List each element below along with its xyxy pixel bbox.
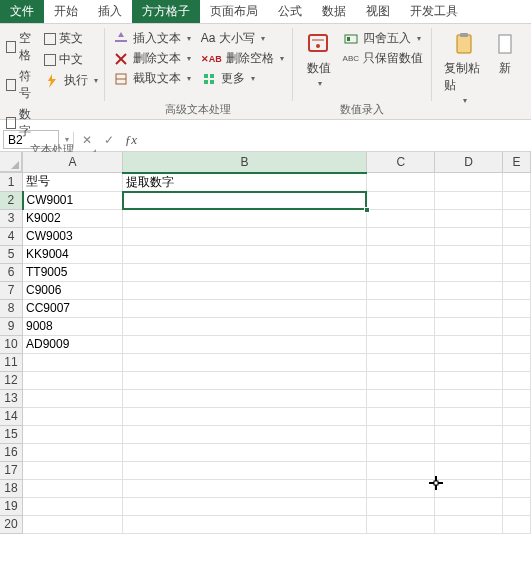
delete-text-button[interactable]: 删除文本▾	[113, 50, 191, 67]
row-header[interactable]: 20	[0, 515, 23, 533]
cell[interactable]	[503, 245, 531, 263]
row-header[interactable]: 15	[0, 425, 23, 443]
cell[interactable]	[503, 497, 531, 515]
cell[interactable]	[435, 371, 503, 389]
cell[interactable]	[435, 479, 503, 497]
cell[interactable]	[367, 227, 435, 245]
tab-view[interactable]: 视图	[356, 0, 400, 23]
insert-function-button[interactable]: ƒx	[122, 131, 140, 149]
chk-number[interactable]: 数字	[6, 106, 38, 140]
cell[interactable]	[122, 407, 366, 425]
cell[interactable]	[435, 425, 503, 443]
cell[interactable]	[435, 353, 503, 371]
more-button[interactable]: 更多▾	[201, 70, 284, 87]
cell[interactable]	[122, 479, 366, 497]
chk-space[interactable]: 空格	[6, 30, 38, 64]
copy-paste-button[interactable]: 复制粘贴 ▾	[438, 26, 491, 115]
row-header[interactable]: 11	[0, 353, 23, 371]
row-header[interactable]: 18	[0, 479, 23, 497]
cell[interactable]: CW9001	[23, 191, 123, 209]
cell[interactable]	[122, 299, 366, 317]
new-button[interactable]: 新	[491, 26, 525, 115]
cell[interactable]	[367, 299, 435, 317]
cell[interactable]	[367, 389, 435, 407]
cell[interactable]	[367, 443, 435, 461]
cell[interactable]	[435, 263, 503, 281]
cell[interactable]	[367, 515, 435, 533]
row-header[interactable]: 19	[0, 497, 23, 515]
cell[interactable]	[503, 191, 531, 209]
tab-formula[interactable]: 公式	[268, 0, 312, 23]
case-button[interactable]: Aa 大小写▾	[201, 30, 284, 47]
col-header-C[interactable]: C	[367, 152, 435, 173]
cell[interactable]	[367, 479, 435, 497]
cell[interactable]	[122, 389, 366, 407]
tab-insert[interactable]: 插入	[88, 0, 132, 23]
tab-data[interactable]: 数据	[312, 0, 356, 23]
chk-chinese[interactable]: 中文	[44, 51, 98, 68]
cell[interactable]: AD9009	[23, 335, 123, 353]
cell[interactable]	[367, 425, 435, 443]
cell[interactable]	[122, 281, 366, 299]
cell[interactable]	[503, 515, 531, 533]
insert-text-button[interactable]: 插入文本▾	[113, 30, 191, 47]
cell[interactable]: 提取数字	[122, 173, 366, 192]
num-value-button[interactable]: 数值 ▾	[299, 26, 339, 100]
row-header[interactable]: 16	[0, 443, 23, 461]
cell[interactable]	[23, 407, 123, 425]
row-header[interactable]: 17	[0, 461, 23, 479]
row-header[interactable]: 3	[0, 209, 23, 227]
cell[interactable]	[435, 389, 503, 407]
chk-symbol[interactable]: 符号	[6, 68, 38, 102]
cell[interactable]	[23, 425, 123, 443]
cell[interactable]	[367, 281, 435, 299]
cell[interactable]	[367, 191, 435, 209]
cell[interactable]	[23, 515, 123, 533]
cell[interactable]: 9008	[23, 317, 123, 335]
execute-button[interactable]: 执行 ▾	[44, 72, 98, 89]
cell[interactable]	[23, 353, 123, 371]
chk-english[interactable]: 英文	[44, 30, 98, 47]
select-all-corner[interactable]	[0, 152, 22, 172]
cell[interactable]	[435, 209, 503, 227]
col-header-B[interactable]: B	[122, 152, 366, 173]
row-header[interactable]: 9	[0, 317, 23, 335]
tab-dev[interactable]: 开发工具	[400, 0, 468, 23]
col-header-E[interactable]: E	[503, 152, 531, 173]
cell[interactable]	[503, 425, 531, 443]
cell[interactable]	[503, 353, 531, 371]
cell[interactable]	[367, 209, 435, 227]
cell[interactable]	[122, 425, 366, 443]
row-header[interactable]: 1	[0, 173, 23, 192]
cell[interactable]	[435, 335, 503, 353]
cell[interactable]	[122, 335, 366, 353]
cell[interactable]	[367, 173, 435, 192]
tab-ffgz[interactable]: 方方格子	[132, 0, 200, 23]
cell[interactable]	[503, 263, 531, 281]
cell[interactable]	[367, 263, 435, 281]
cell[interactable]	[367, 461, 435, 479]
cell[interactable]	[367, 353, 435, 371]
cell[interactable]	[435, 407, 503, 425]
row-header[interactable]: 8	[0, 299, 23, 317]
cell[interactable]	[122, 353, 366, 371]
cell[interactable]	[122, 443, 366, 461]
cut-text-button[interactable]: 截取文本▾	[113, 70, 191, 87]
cell[interactable]	[503, 281, 531, 299]
cell[interactable]	[435, 227, 503, 245]
cell[interactable]	[435, 461, 503, 479]
cell[interactable]	[435, 317, 503, 335]
formula-input[interactable]	[144, 130, 531, 149]
tab-layout[interactable]: 页面布局	[200, 0, 268, 23]
cell[interactable]	[122, 263, 366, 281]
row-header[interactable]: 10	[0, 335, 23, 353]
enter-button[interactable]: ✓	[100, 131, 118, 149]
delete-space-button[interactable]: ✕AB 删除空格▾	[201, 50, 284, 67]
row-header[interactable]: 13	[0, 389, 23, 407]
cell[interactable]	[122, 209, 366, 227]
cell[interactable]	[435, 245, 503, 263]
cell[interactable]	[122, 317, 366, 335]
cell[interactable]	[122, 191, 366, 209]
cell[interactable]	[435, 515, 503, 533]
row-header[interactable]: 12	[0, 371, 23, 389]
